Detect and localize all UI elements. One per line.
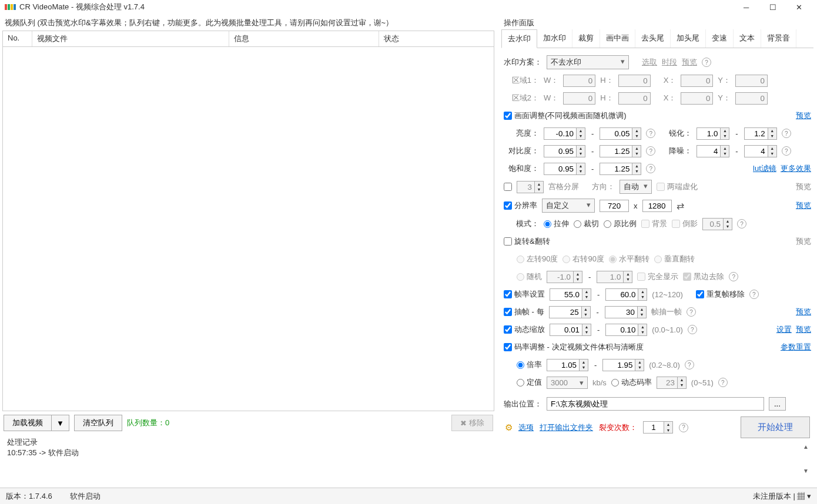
fixed-val-select[interactable]: 3000 — [547, 377, 588, 389]
zoom-min[interactable]: ▲▼ — [550, 324, 591, 336]
area2-h[interactable] — [618, 92, 651, 105]
col-status[interactable]: 状态 — [379, 31, 494, 46]
tab-bgm[interactable]: 背景音 — [761, 29, 796, 48]
sharp-max[interactable]: ▲▼ — [744, 127, 777, 140]
rot-random[interactable]: 随机 — [517, 271, 542, 282]
wm-preview-link[interactable]: 预览 — [682, 57, 697, 68]
rot-v1[interactable]: ▲▼ — [547, 271, 582, 283]
sat-min[interactable]: ▲▼ — [544, 163, 585, 175]
noise-max[interactable]: ▲▼ — [744, 145, 777, 157]
open-output-link[interactable]: 打开输出文件夹 — [540, 422, 593, 433]
rot-right[interactable]: 右转90度 — [562, 254, 604, 264]
close-button[interactable]: ✕ — [786, 1, 812, 13]
multi-radio[interactable]: 倍率 — [517, 359, 542, 370]
help-icon[interactable]: ? — [782, 129, 791, 138]
more-effects-link[interactable]: 更多效果 — [781, 164, 811, 173]
zoom-check[interactable]: 动态缩放 — [504, 324, 545, 335]
start-button[interactable]: 开始处理 — [741, 416, 810, 438]
load-video-dropdown[interactable]: ▼ — [52, 415, 69, 431]
help-icon[interactable]: ? — [646, 164, 655, 173]
area2-w[interactable] — [563, 92, 595, 105]
help-icon[interactable]: ? — [782, 146, 791, 156]
orig-radio[interactable]: 原比例 — [604, 219, 637, 229]
fps-min[interactable]: ▲▼ — [550, 288, 591, 301]
help-icon[interactable]: ? — [685, 360, 694, 369]
help-icon[interactable]: ? — [749, 290, 759, 299]
fps-max[interactable]: ▲▼ — [605, 288, 647, 301]
area2-x[interactable] — [681, 92, 713, 105]
log-scroll[interactable]: ▲▼ — [803, 443, 813, 474]
black-check[interactable]: 黑边去除 — [683, 271, 724, 282]
rot-left[interactable]: 左转90度 — [517, 254, 558, 264]
rate-reset[interactable]: 参数重置 — [781, 342, 811, 352]
frame-check[interactable]: 抽帧 - 每 — [504, 307, 544, 317]
tab-text[interactable]: 文本 — [734, 29, 761, 48]
sharp-min[interactable]: ▲▼ — [697, 127, 729, 140]
rotate-check[interactable]: 旋转&翻转 — [504, 236, 550, 247]
remove-button[interactable]: ✖移除 — [451, 415, 493, 431]
help-icon[interactable]: ? — [688, 325, 697, 334]
table-body[interactable] — [2, 47, 494, 411]
col-info[interactable]: 信息 — [229, 31, 379, 46]
help-icon[interactable]: ? — [646, 146, 655, 156]
help-icon[interactable]: ? — [729, 272, 738, 281]
area2-y[interactable] — [735, 92, 768, 105]
contrast-max[interactable]: ▲▼ — [600, 145, 641, 157]
area1-h[interactable] — [618, 75, 651, 87]
rate-check[interactable]: 码率调整 - 决定视频文件体积与清晰度 — [504, 342, 644, 352]
options-link[interactable]: 选项 — [518, 422, 534, 433]
frame-min[interactable]: ▲▼ — [549, 306, 591, 318]
blur-check[interactable]: 两端虚化 — [657, 182, 698, 192]
res-mode-select[interactable]: 自定义 — [542, 199, 595, 213]
output-path-input[interactable] — [547, 397, 764, 411]
rate-max[interactable]: ▲▼ — [602, 359, 644, 371]
crop-radio[interactable]: 裁切 — [574, 219, 599, 229]
help-icon[interactable]: ? — [687, 307, 696, 317]
tab-crop[interactable]: 裁剪 — [572, 29, 600, 48]
zoom-set[interactable]: 设置 — [776, 325, 792, 334]
tab-speed[interactable]: 变速 — [706, 29, 734, 48]
rot-hflip[interactable]: 水平翻转 — [609, 254, 649, 264]
dyn-val[interactable]: ▲▼ — [657, 377, 687, 389]
shadow-check[interactable]: 倒影 — [672, 219, 698, 229]
grid-dir-select[interactable]: 自动 — [620, 180, 652, 194]
full-check[interactable]: 完全显示 — [637, 271, 678, 282]
contrast-min[interactable]: ▲▼ — [544, 145, 585, 157]
frame-preview[interactable]: 预览 — [796, 307, 811, 317]
clear-queue-button[interactable]: 清空队列 — [74, 415, 122, 431]
stretch-radio[interactable]: 拉伸 — [544, 219, 569, 229]
bright-max[interactable]: ▲▼ — [600, 127, 641, 140]
load-video-button[interactable]: 加载视频 — [4, 415, 52, 431]
fps-check[interactable]: 帧率设置 — [504, 289, 545, 300]
res-preview[interactable]: 预览 — [796, 200, 811, 211]
col-no[interactable]: No. — [3, 31, 32, 46]
tab-remove-wm[interactable]: 去水印 — [501, 29, 537, 48]
fixed-radio[interactable]: 定值 — [517, 377, 542, 388]
split-val[interactable]: ▲▼ — [643, 421, 673, 434]
rot-v2[interactable]: ▲▼ — [597, 271, 632, 283]
res-w-input[interactable] — [600, 200, 629, 212]
res-h-input[interactable] — [642, 200, 672, 212]
sat-max[interactable]: ▲▼ — [600, 163, 641, 175]
adjust-preview[interactable]: 预览 — [796, 110, 811, 121]
zoom-max[interactable]: ▲▼ — [605, 324, 647, 336]
lut-link[interactable]: lut滤镜 — [753, 164, 776, 173]
gear-icon[interactable]: ⚙ — [505, 422, 513, 433]
col-file[interactable]: 视频文件 — [32, 31, 229, 46]
wm-period-link[interactable]: 时段 — [662, 57, 677, 68]
area1-y[interactable] — [735, 75, 768, 87]
help-icon[interactable]: ? — [702, 58, 711, 67]
adjust-check[interactable]: 画面调整(不同视频画面随机微调) — [504, 110, 627, 121]
swap-icon[interactable]: ⇄ — [677, 200, 684, 211]
noise-min[interactable]: ▲▼ — [697, 145, 729, 157]
rot-vflip[interactable]: 垂直翻转 — [654, 254, 695, 264]
help-icon[interactable]: ? — [646, 129, 655, 138]
help-icon[interactable]: ? — [679, 423, 688, 432]
bright-min[interactable]: ▲▼ — [544, 127, 585, 140]
tab-trim-head[interactable]: 去头尾 — [635, 29, 671, 48]
area1-x[interactable] — [681, 75, 713, 87]
res-check[interactable]: 分辨率 — [504, 200, 537, 211]
browse-button[interactable]: ... — [769, 397, 786, 411]
frame-max[interactable]: ▲▼ — [605, 306, 647, 318]
dyn-radio[interactable]: 动态码率 — [611, 377, 652, 388]
